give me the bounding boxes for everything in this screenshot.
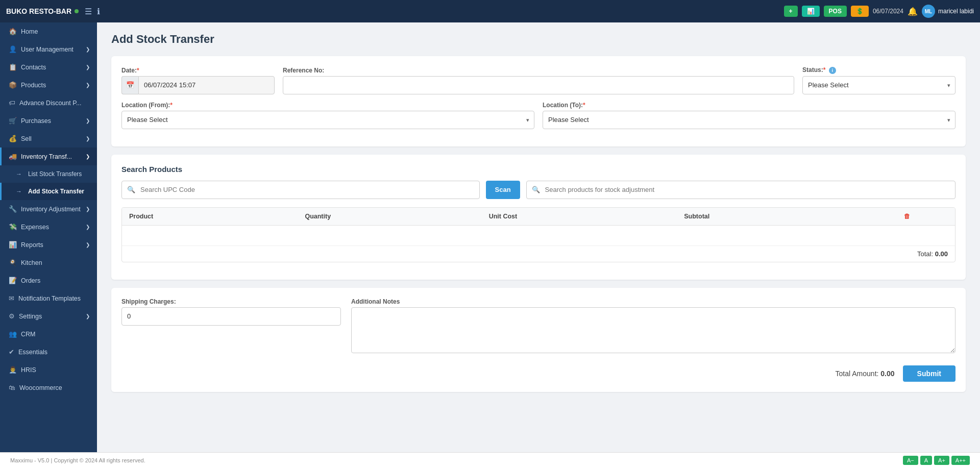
sidebar-icon-orders: 📝 bbox=[9, 277, 17, 284]
sidebar-item-woocommerce[interactable]: 🛍Woocommerce bbox=[0, 379, 97, 397]
avatar: ML bbox=[922, 5, 935, 18]
status-select-wrapper: Please SelectPendingApprovedRejected bbox=[802, 76, 955, 94]
font-control-2[interactable]: A+ bbox=[934, 456, 949, 465]
font-controls: A−AA+A++ bbox=[903, 456, 970, 465]
sidebar-icon-reports: 📊 bbox=[9, 241, 17, 249]
sidebar-item-label: Orders bbox=[21, 277, 40, 284]
sidebar-item-sell[interactable]: 💰Sell❯ bbox=[0, 130, 97, 147]
total-amount-value: 0.00 bbox=[880, 370, 894, 378]
chevron-icon: ❯ bbox=[86, 46, 90, 52]
sidebar-item-list-stock-transfers[interactable]: →List Stock Transfers bbox=[0, 165, 97, 183]
sidebar-item-label: List Stock Transfers bbox=[28, 170, 82, 178]
sidebar-item-contacts[interactable]: 📋Contacts❯ bbox=[0, 58, 97, 76]
sidebar-item-notification-templates[interactable]: ✉Notification Templates bbox=[0, 289, 97, 307]
additional-notes-label: Additional Notes bbox=[351, 298, 955, 305]
date-input[interactable] bbox=[138, 76, 275, 94]
additional-notes-textarea[interactable] bbox=[351, 307, 955, 353]
font-control-1[interactable]: A bbox=[920, 456, 932, 465]
brand-text: BUKO RESTO-BAR bbox=[6, 7, 71, 15]
sidebar-item-label: Add Stock Transfer bbox=[28, 188, 84, 195]
reference-no-input[interactable] bbox=[283, 76, 794, 94]
sidebar-icon-products: 📦 bbox=[9, 81, 17, 89]
sidebar-item-crm[interactable]: 👥CRM bbox=[0, 325, 97, 343]
sidebar-item-label: Expenses bbox=[21, 224, 49, 231]
th-quantity: Quantity bbox=[298, 208, 481, 226]
shipping-charges-group: Shipping Charges: bbox=[121, 298, 341, 353]
location-from-select-wrapper: Please Select bbox=[121, 111, 534, 129]
date-label: Date:* bbox=[121, 67, 275, 74]
th-subtotal: Subtotal bbox=[677, 208, 859, 226]
status-info-icon: i bbox=[829, 67, 836, 74]
sidebar-item-essentials[interactable]: ✔Essentials bbox=[0, 343, 97, 361]
brand-status-dot bbox=[75, 9, 79, 13]
product-search-box: 🔍 bbox=[526, 181, 955, 199]
sidebar-item-add-stock-transfer[interactable]: →Add Stock Transfer bbox=[0, 183, 97, 200]
reference-no-group: Reference No: bbox=[283, 67, 794, 94]
location-to-select[interactable]: Please Select bbox=[543, 111, 955, 129]
sidebar-icon-crm: 👥 bbox=[9, 330, 17, 338]
sidebar-item-settings[interactable]: ⚙Settings❯ bbox=[0, 307, 97, 325]
additional-notes-group: Additional Notes bbox=[351, 298, 955, 353]
sidebar-item-label: User Management bbox=[21, 46, 74, 53]
sidebar-icon-home: 🏠 bbox=[9, 28, 17, 35]
font-control-0[interactable]: A− bbox=[903, 456, 918, 465]
chevron-icon: ❯ bbox=[86, 224, 90, 230]
navbar-right: + 📊 POS 💲 06/07/2024 🔔 ML maricel labidi bbox=[784, 5, 974, 18]
sidebar-item-orders[interactable]: 📝Orders bbox=[0, 272, 97, 289]
total-value: 0.00 bbox=[935, 250, 948, 258]
sidebar-item-products[interactable]: 📦Products❯ bbox=[0, 76, 97, 94]
sidebar-item-label: Products bbox=[21, 82, 46, 89]
sidebar-item-label: Inventory Transf... bbox=[21, 153, 72, 160]
sidebar-icon-purchases: 🛒 bbox=[9, 117, 17, 125]
sidebar-item-expenses[interactable]: 💸Expenses❯ bbox=[0, 218, 97, 236]
add-button[interactable]: + bbox=[784, 6, 798, 17]
upc-search-input[interactable] bbox=[140, 181, 479, 199]
report-button[interactable]: 📊 bbox=[802, 6, 820, 17]
brand: BUKO RESTO-BAR bbox=[6, 7, 79, 15]
sidebar-item-inventory-adjustment[interactable]: 🔧Inventory Adjustment❯ bbox=[0, 200, 97, 218]
sidebar-item-label: Kitchen bbox=[21, 259, 42, 266]
chevron-icon: ❯ bbox=[86, 64, 90, 70]
product-search-input[interactable] bbox=[545, 181, 955, 199]
sidebar-item-kitchen[interactable]: 🍳Kitchen bbox=[0, 254, 97, 272]
info-icon[interactable]: ℹ bbox=[97, 7, 100, 16]
menu-icon[interactable]: ☰ bbox=[85, 7, 92, 16]
sidebar-item-inventory-transfer[interactable]: 🚚Inventory Transf...❯ bbox=[0, 147, 97, 165]
cash-button[interactable]: 💲 bbox=[851, 6, 869, 17]
sidebar-item-advance-discount[interactable]: 🏷Advance Discount P... bbox=[0, 94, 97, 112]
search-row: 🔍 Scan 🔍 bbox=[121, 181, 955, 199]
sidebar-item-user-management[interactable]: 👤User Management❯ bbox=[0, 40, 97, 58]
upc-search-box: 🔍 bbox=[121, 181, 480, 199]
sidebar-item-label: HRIS bbox=[21, 366, 36, 374]
products-table-wrapper: Product Quantity Unit Cost Subtotal 🗑 bbox=[121, 207, 955, 262]
sidebar-icon-kitchen: 🍳 bbox=[9, 259, 17, 266]
sidebar-icon-settings: ⚙ bbox=[9, 312, 15, 320]
chevron-icon: ❯ bbox=[86, 313, 90, 319]
location-from-select[interactable]: Please Select bbox=[121, 111, 534, 129]
status-select[interactable]: Please SelectPendingApprovedRejected bbox=[802, 76, 955, 94]
sidebar-item-purchases[interactable]: 🛒Purchases❯ bbox=[0, 112, 97, 130]
date-input-group: 📅 bbox=[121, 76, 275, 94]
product-search-icon: 🔍 bbox=[527, 186, 545, 193]
app-footer: Maxximu - V5.0 | Copyright © 2024 All ri… bbox=[0, 452, 980, 468]
sidebar-item-hris[interactable]: 👨‍💼HRIS bbox=[0, 361, 97, 379]
sidebar-icon-hris: 👨‍💼 bbox=[9, 366, 17, 374]
sidebar-item-label: Woocommerce bbox=[19, 384, 62, 391]
shipping-charges-input[interactable] bbox=[121, 307, 341, 326]
main-content: Add Stock Transfer Date:* 📅 Reference No… bbox=[97, 22, 980, 452]
sidebar-icon-contacts: 📋 bbox=[9, 63, 17, 71]
scan-button[interactable]: Scan bbox=[486, 181, 520, 199]
sidebar-icon-woocommerce: 🛍 bbox=[9, 384, 15, 391]
sidebar-item-home[interactable]: 🏠Home bbox=[0, 22, 97, 40]
form-card: Date:* 📅 Reference No: Status:* i bbox=[111, 56, 966, 146]
submit-button[interactable]: Submit bbox=[903, 365, 955, 382]
status-group: Status:* i Please SelectPendingApprovedR… bbox=[802, 66, 955, 94]
sidebar-icon-advance-discount: 🏷 bbox=[9, 99, 15, 107]
footer-actions: Total Amount: 0.00 Submit bbox=[121, 361, 955, 382]
pos-button[interactable]: POS bbox=[824, 6, 847, 17]
sidebar-icon-expenses: 💸 bbox=[9, 223, 17, 231]
sidebar-item-reports[interactable]: 📊Reports❯ bbox=[0, 236, 97, 254]
font-control-3[interactable]: A++ bbox=[951, 456, 970, 465]
sidebar-item-label: Sell bbox=[21, 135, 32, 142]
bell-icon[interactable]: 🔔 bbox=[908, 7, 918, 16]
